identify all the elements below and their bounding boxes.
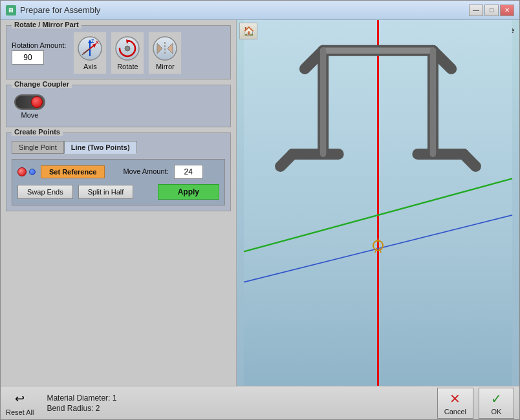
rotate-mirror-group: Rotate / Mirror Part Rotation Amount:: [6, 25, 231, 79]
move-label: Move: [21, 111, 39, 119]
close-button[interactable]: ✕: [500, 5, 514, 16]
svg-text:Z: Z: [91, 39, 94, 43]
axis-icon: Z X: [77, 36, 103, 61]
tab-line-two-points[interactable]: Line (Two Points): [64, 141, 137, 154]
cancel-button[interactable]: ✕ Cancel: [437, 388, 473, 419]
axis-button[interactable]: Z X Axis: [74, 32, 106, 74]
move-amount-input[interactable]: [174, 165, 203, 179]
svg-point-10: [125, 46, 130, 51]
rotate-icon: [114, 36, 140, 61]
ref-dot-red: [17, 167, 27, 176]
viewport-toolbar: 🏠: [239, 23, 257, 39]
title-bar-left: ⊞ Prepare for Assembly: [6, 5, 100, 16]
rotation-input[interactable]: [12, 50, 44, 65]
action-row: Swap Ends Split in Half Apply: [17, 184, 219, 200]
window-title: Prepare for Assembly: [20, 5, 100, 15]
ok-button[interactable]: ✓ OK: [479, 388, 514, 419]
ref-indicator: [17, 167, 36, 176]
viewport[interactable]: 🏠 Sele: [237, 20, 519, 386]
axis-label: Axis: [83, 63, 97, 70]
toggle-switch[interactable]: [14, 94, 45, 110]
icon-button-group: Z X Axis: [74, 32, 181, 74]
set-reference-button[interactable]: Set Reference: [41, 165, 105, 178]
rotation-amount-group: Rotation Amount:: [12, 41, 66, 65]
tab-content: Set Reference Move Amount: Swap Ends Spl…: [12, 159, 225, 205]
split-half-button[interactable]: Split in Half: [78, 185, 134, 199]
change-coupler-group: Change Coupler Move: [6, 85, 231, 127]
swap-ends-button[interactable]: Swap Ends: [17, 185, 73, 199]
bend-radius: Bend Radius: 2: [47, 404, 429, 413]
rotate-mirror-title: Rotate / Mirror Part: [12, 21, 81, 28]
toggle-knob: [31, 96, 43, 108]
mirror-label: Mirror: [156, 63, 175, 70]
minimize-button[interactable]: —: [469, 5, 483, 16]
tab-single-point[interactable]: Single Point: [12, 141, 64, 154]
title-buttons: — □ ✕: [469, 5, 514, 16]
title-bar: ⊞ Prepare for Assembly — □ ✕: [1, 1, 519, 20]
maximize-button[interactable]: □: [484, 5, 499, 16]
rotation-label: Rotation Amount:: [12, 41, 66, 49]
reference-row: Set Reference Move Amount:: [17, 165, 219, 179]
scene-svg: [237, 20, 519, 386]
main-content: Rotate / Mirror Part Rotation Amount:: [1, 20, 519, 386]
cancel-label: Cancel: [444, 408, 466, 415]
svg-text:X: X: [96, 40, 99, 45]
reset-icon: ↩: [10, 390, 30, 407]
create-points-content: Single Point Line (Two Points) Set Refer…: [12, 141, 225, 205]
rotate-label: Rotate: [117, 63, 138, 70]
reset-label: Reset All: [6, 408, 34, 416]
ok-label: OK: [492, 408, 502, 415]
main-window: ⊞ Prepare for Assembly — □ ✕ Rotate / Mi…: [0, 0, 520, 420]
material-diameter: Material Diameter: 1: [47, 394, 429, 403]
rotate-button[interactable]: Rotate: [111, 32, 144, 74]
change-coupler-title: Change Coupler: [12, 80, 72, 88]
app-icon: ⊞: [6, 5, 16, 16]
home-button[interactable]: 🏠: [239, 23, 257, 39]
coupler-content: Move: [12, 92, 225, 121]
rotate-mirror-content: Rotation Amount:: [12, 32, 225, 74]
ref-dot-blue: [29, 169, 36, 175]
create-points-group: Create Points Single Point Line (Two Poi…: [6, 132, 231, 211]
mirror-button[interactable]: Mirror: [149, 32, 181, 74]
reset-all-button[interactable]: ↩ Reset All: [6, 390, 34, 416]
tabs-row: Single Point Line (Two Points): [12, 141, 225, 154]
left-panel: Rotate / Mirror Part Rotation Amount:: [1, 20, 237, 386]
create-points-title: Create Points: [12, 128, 63, 136]
move-button[interactable]: Move: [12, 92, 48, 121]
bottom-bar: ↩ Reset All Material Diameter: 1 Bend Ra…: [1, 386, 519, 419]
move-amount-label: Move Amount:: [123, 167, 168, 175]
material-info: Material Diameter: 1 Bend Radius: 2: [41, 394, 429, 413]
bottom-buttons: ✕ Cancel ✓ OK: [437, 388, 514, 419]
ok-icon: ✓: [491, 391, 502, 406]
apply-button[interactable]: Apply: [158, 184, 219, 200]
mirror-icon: [152, 36, 178, 61]
cancel-icon: ✕: [450, 391, 460, 406]
home-icon: 🏠: [243, 26, 254, 36]
